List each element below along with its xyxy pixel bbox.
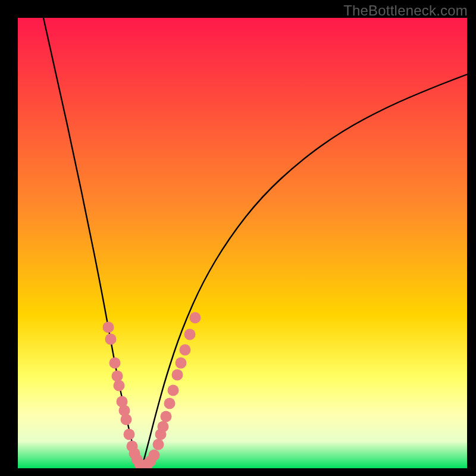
- sample-dot: [172, 369, 183, 381]
- sample-dot: [180, 345, 191, 356]
- marker-layer: [18, 18, 467, 468]
- sample-dot: [158, 421, 169, 433]
- sample-dot: [112, 371, 123, 382]
- sample-dot: [124, 429, 135, 440]
- sample-dot: [161, 411, 172, 422]
- watermark-text: TheBottleneck.com: [343, 2, 468, 19]
- sample-dot: [109, 358, 121, 369]
- sample-dot: [121, 414, 132, 425]
- sample-dot: [153, 439, 164, 450]
- sample-dot: [149, 450, 160, 461]
- sample-dot: [176, 358, 187, 369]
- sample-dot: [184, 329, 196, 340]
- sample-dot: [114, 380, 125, 392]
- sample-dot: [105, 334, 117, 345]
- sample-dot: [164, 398, 176, 409]
- chart-plot-area: [18, 18, 467, 468]
- sample-dot: [168, 385, 179, 396]
- sample-dot: [190, 312, 201, 324]
- sample-dot: [103, 322, 114, 333]
